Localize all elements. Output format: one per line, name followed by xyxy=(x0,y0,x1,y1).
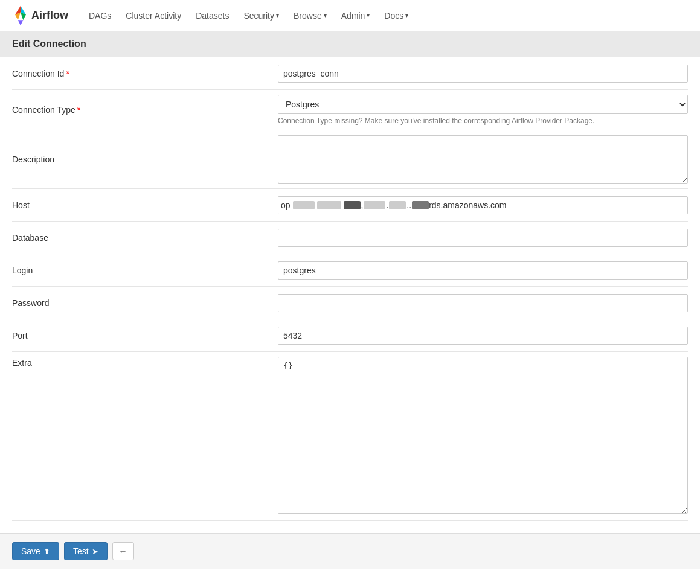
host-sep5: .. xyxy=(406,197,412,214)
port-label-col: Port xyxy=(12,319,272,351)
description-label: Description xyxy=(12,155,54,164)
host-label-col: Host xyxy=(12,189,272,221)
extra-input-col: {} xyxy=(272,352,688,520)
extra-textarea[interactable]: {} xyxy=(278,357,688,514)
port-label: Port xyxy=(12,331,28,340)
description-row: Description xyxy=(12,130,688,189)
connection-id-label: Connection Id* xyxy=(12,69,69,78)
login-label: Login xyxy=(12,266,33,275)
port-row: Port xyxy=(12,319,688,352)
password-input-col xyxy=(272,287,688,319)
connection-type-label: Connection Type* xyxy=(12,105,80,115)
password-row: Password xyxy=(12,287,688,319)
login-input[interactable] xyxy=(278,261,688,280)
save-icon: ⬆ xyxy=(43,547,50,556)
port-input-col xyxy=(272,319,688,351)
password-label-col: Password xyxy=(12,287,272,319)
test-label: Test xyxy=(73,546,89,556)
brand-link[interactable]: Airflow xyxy=(10,5,68,27)
airflow-logo-icon xyxy=(10,5,31,27)
page-header: Edit Connection xyxy=(0,31,700,57)
nav-link-datasets[interactable]: Datasets xyxy=(190,0,235,31)
nav-menu: DAGs Cluster Activity Datasets Security … xyxy=(83,0,414,31)
connection-type-label-col: Connection Type* xyxy=(12,90,272,130)
database-row: Database xyxy=(12,222,688,254)
connection-id-required: * xyxy=(66,69,69,78)
nav-link-browse[interactable]: Browse ▾ xyxy=(287,0,333,31)
port-input[interactable] xyxy=(278,327,688,345)
host-prefix: op xyxy=(278,197,293,214)
host-blur-4 xyxy=(364,201,385,209)
description-textarea[interactable] xyxy=(278,135,688,184)
connection-id-label-col: Connection Id* xyxy=(12,57,272,89)
svg-marker-4 xyxy=(18,20,24,25)
login-label-col: Login xyxy=(12,254,272,286)
nav-item-datasets: Datasets xyxy=(190,0,235,31)
browse-caret-icon: ▾ xyxy=(324,12,327,19)
back-arrow-icon: ← xyxy=(119,546,127,556)
navbar: Airflow DAGs Cluster Activity Datasets S… xyxy=(0,0,700,31)
footer-bar: Save ⬆ Test ➤ ← xyxy=(0,533,700,569)
description-input-col xyxy=(272,130,688,188)
host-input-col: op , . .. rds.amazonaws.com xyxy=(272,189,688,221)
test-button[interactable]: Test ➤ xyxy=(64,542,108,560)
host-suffix: rds.amazonaws.com xyxy=(429,197,509,214)
description-label-col: Description xyxy=(12,130,272,188)
extra-row: Extra {} xyxy=(12,352,688,521)
nav-item-browse: Browse ▾ xyxy=(287,0,333,31)
host-input-wrapper: op , . .. rds.amazonaws.com xyxy=(278,196,688,214)
host-sep1 xyxy=(315,202,317,209)
database-input[interactable] xyxy=(278,229,688,247)
docs-caret-icon: ▾ xyxy=(405,12,408,19)
nav-link-admin[interactable]: Admin ▾ xyxy=(335,0,376,31)
connection-type-select[interactable]: Postgres xyxy=(278,95,688,114)
password-label: Password xyxy=(12,298,49,308)
connection-id-input-col xyxy=(272,57,688,89)
nav-item-cluster-activity: Cluster Activity xyxy=(120,0,187,31)
database-label-col: Database xyxy=(12,222,272,254)
admin-caret-icon: ▾ xyxy=(367,12,370,19)
page-content: Edit Connection Connection Id* Connectio… xyxy=(0,31,700,569)
nav-link-docs[interactable]: Docs ▾ xyxy=(378,0,414,31)
nav-item-docs: Docs ▾ xyxy=(378,0,414,31)
back-button[interactable]: ← xyxy=(112,542,134,560)
database-label: Database xyxy=(12,233,48,243)
nav-item-security: Security ▾ xyxy=(237,0,285,31)
page-title: Edit Connection xyxy=(12,39,86,49)
save-label: Save xyxy=(21,546,40,556)
connection-type-help: Connection Type missing? Make sure you'v… xyxy=(278,117,688,125)
host-sep2 xyxy=(341,202,344,209)
connection-type-required: * xyxy=(77,105,80,115)
extra-label: Extra xyxy=(12,358,32,368)
host-blur-2 xyxy=(317,201,341,209)
login-row: Login xyxy=(12,254,688,287)
test-icon: ➤ xyxy=(92,547,98,556)
nav-item-dags: DAGs xyxy=(83,0,117,31)
nav-link-security[interactable]: Security ▾ xyxy=(237,0,285,31)
host-blur-3 xyxy=(344,201,361,209)
extra-label-col: Extra xyxy=(12,352,272,520)
security-caret-icon: ▾ xyxy=(276,12,279,19)
host-label: Host xyxy=(12,200,30,210)
connection-id-row: Connection Id* xyxy=(12,57,688,90)
password-input[interactable] xyxy=(278,294,688,312)
connection-id-input[interactable] xyxy=(278,65,688,83)
nav-item-admin: Admin ▾ xyxy=(335,0,376,31)
edit-connection-form: Connection Id* Connection Type* Postgres… xyxy=(0,57,700,533)
nav-link-cluster-activity[interactable]: Cluster Activity xyxy=(120,0,187,31)
host-blur-6 xyxy=(412,201,429,209)
host-blur-1 xyxy=(293,201,315,209)
host-row: Host op , . .. rds.amazonaws.com xyxy=(12,189,688,222)
save-button[interactable]: Save ⬆ xyxy=(12,542,59,560)
database-input-col xyxy=(272,222,688,254)
connection-type-row: Connection Type* Postgres Connection Typ… xyxy=(12,90,688,130)
host-blur-5 xyxy=(389,201,406,209)
brand-name: Airflow xyxy=(31,9,68,22)
login-input-col xyxy=(272,254,688,286)
connection-type-input-col: Postgres Connection Type missing? Make s… xyxy=(272,90,688,130)
nav-link-dags[interactable]: DAGs xyxy=(83,0,117,31)
